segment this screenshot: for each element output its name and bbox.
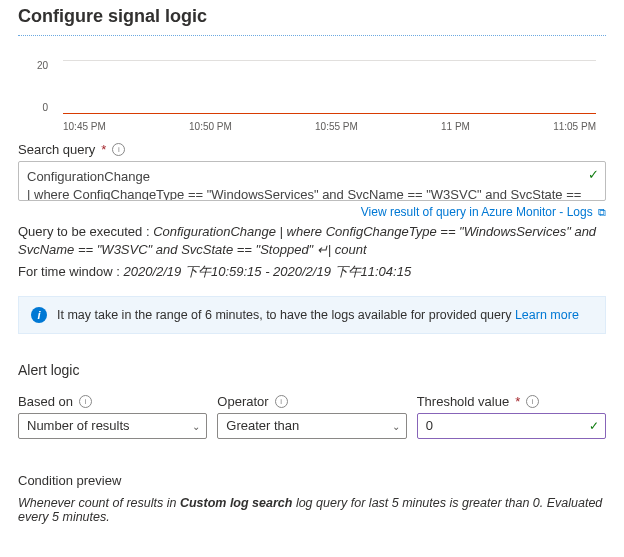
time-window-text: For time window : 2020/2/19 下午10:59:15 -… [18, 263, 606, 281]
divider [18, 35, 606, 36]
info-icon[interactable]: i [275, 395, 288, 408]
chart-x-axis: 10:45 PM 10:50 PM 10:55 PM 11 PM 11:05 P… [63, 121, 596, 132]
threshold-label: Threshold value * i [417, 394, 606, 409]
info-text: It may take in the range of 6 minutes, t… [57, 308, 511, 322]
operator-select[interactable]: Greater than ⌄ [217, 413, 406, 439]
y-tick-20: 20 [18, 60, 48, 71]
info-icon: i [31, 307, 47, 323]
query-executed-text: Query to be executed : ConfigurationChan… [18, 223, 606, 259]
external-link-icon: ⧉ [598, 206, 606, 218]
query-line: | where ConfigChangeType == "WindowsServ… [27, 186, 597, 201]
chevron-down-icon: ⌄ [192, 420, 200, 431]
valid-check-icon: ✓ [588, 166, 599, 184]
info-icon[interactable]: i [526, 395, 539, 408]
x-tick: 10:55 PM [315, 121, 358, 132]
based-on-label: Based on i [18, 394, 207, 409]
info-icon[interactable]: i [79, 395, 92, 408]
query-line: ConfigurationChange [27, 168, 597, 186]
chevron-down-icon: ⌄ [392, 420, 400, 431]
search-query-input[interactable]: ConfigurationChange | where ConfigChange… [18, 161, 606, 201]
chart-series-line [63, 113, 596, 114]
x-tick: 11:05 PM [553, 121, 596, 132]
info-banner: i It may take in the range of 6 minutes,… [18, 296, 606, 334]
search-query-label: Search query * i [18, 142, 606, 157]
operator-label: Operator i [217, 394, 406, 409]
view-result-link[interactable]: View result of query in Azure Monitor - … [361, 205, 593, 219]
threshold-input[interactable]: 0 ✓ [417, 413, 606, 439]
x-tick: 10:45 PM [63, 121, 106, 132]
page-title: Configure signal logic [18, 0, 606, 35]
condition-preview-text: Whenever count of results in Custom log … [18, 496, 606, 524]
learn-more-link[interactable]: Learn more [515, 308, 579, 322]
alert-logic-heading: Alert logic [18, 362, 606, 378]
y-tick-0: 0 [18, 102, 48, 113]
x-tick: 11 PM [441, 121, 470, 132]
x-tick: 10:50 PM [189, 121, 232, 132]
condition-preview-heading: Condition preview [18, 473, 606, 488]
based-on-select[interactable]: Number of results ⌄ [18, 413, 207, 439]
valid-check-icon: ✓ [589, 419, 599, 433]
info-icon[interactable]: i [112, 143, 125, 156]
preview-chart: 20 0 10:45 PM 10:50 PM 10:55 PM 11 PM 11… [18, 46, 606, 134]
